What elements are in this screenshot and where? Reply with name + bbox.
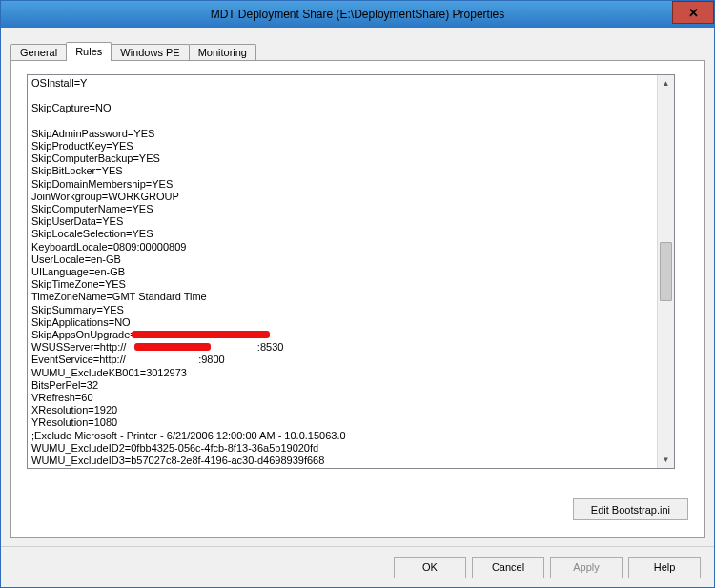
cancel-button[interactable]: Cancel	[472, 557, 544, 578]
button-label: OK	[422, 561, 438, 573]
scroll-up-button[interactable]: ▲	[658, 75, 674, 91]
ok-button[interactable]: OK	[394, 557, 466, 578]
scroll-down-button[interactable]: ▼	[658, 452, 674, 468]
tab-label: Rules	[75, 46, 102, 57]
rules-textbox[interactable]: OSInstall=Y SkipCapture=NO SkipAdminPass…	[27, 74, 675, 469]
button-label: Help	[654, 561, 676, 573]
help-button[interactable]: Help	[628, 557, 701, 578]
button-label: Cancel	[492, 561, 524, 573]
tab-monitoring[interactable]: Monitoring	[189, 44, 256, 61]
dialog-button-row: OK Cancel Apply Help	[1, 546, 714, 587]
scroll-track[interactable]	[658, 91, 674, 452]
tab-page-rules: OSInstall=Y SkipCapture=NO SkipAdminPass…	[10, 60, 705, 538]
vertical-scrollbar[interactable]: ▲ ▼	[657, 75, 674, 468]
close-icon: ✕	[688, 6, 699, 20]
titlebar: MDT Deployment Share (E:\DeploymentShare…	[1, 1, 714, 28]
tab-label: Windows PE	[120, 47, 179, 58]
tab-strip: General Rules Windows PE Monitoring	[10, 41, 705, 60]
scroll-thumb[interactable]	[660, 242, 672, 301]
redaction-bar	[132, 331, 270, 338]
button-label: Edit Bootstrap.ini	[591, 504, 670, 516]
close-button[interactable]: ✕	[672, 1, 714, 24]
chevron-up-icon: ▲	[663, 79, 670, 88]
dialog-window: MDT Deployment Share (E:\DeploymentShare…	[0, 0, 715, 588]
tab-label: General	[20, 47, 57, 58]
client-area: General Rules Windows PE Monitoring OSIn…	[1, 28, 714, 587]
edit-bootstrap-area: Edit Bootstrap.ini	[573, 498, 688, 520]
tab-label: Monitoring	[198, 47, 247, 58]
window-title: MDT Deployment Share (E:\DeploymentShare…	[211, 8, 505, 21]
redaction-bar	[134, 343, 211, 351]
rules-text-content: OSInstall=Y SkipCapture=NO SkipAdminPass…	[31, 77, 655, 466]
tab-rules[interactable]: Rules	[66, 42, 112, 61]
edit-bootstrap-button[interactable]: Edit Bootstrap.ini	[573, 498, 688, 520]
tab-windows-pe[interactable]: Windows PE	[111, 44, 189, 61]
chevron-down-icon: ▼	[663, 456, 670, 464]
button-label: Apply	[573, 561, 600, 573]
apply-button[interactable]: Apply	[550, 557, 623, 578]
tab-general[interactable]: General	[10, 44, 67, 61]
